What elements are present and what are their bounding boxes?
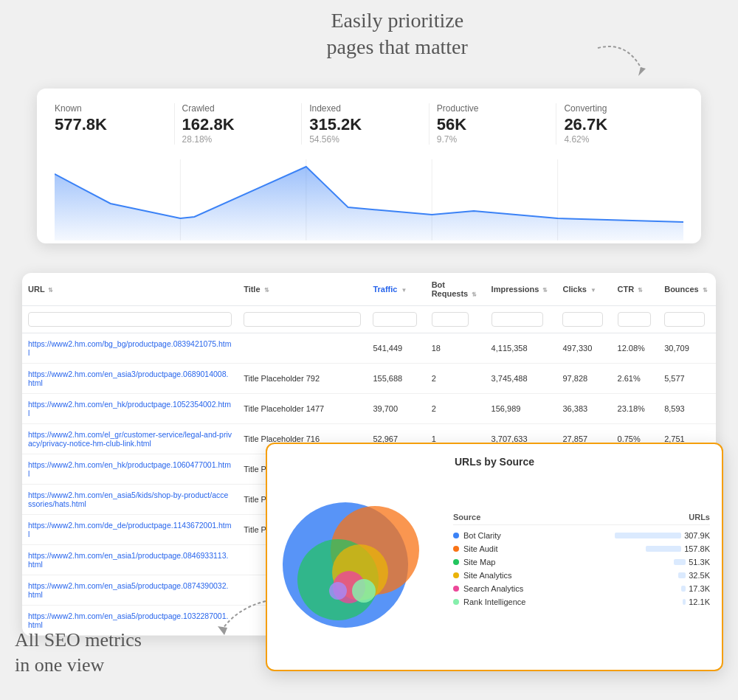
cell-bounces: 8,593 bbox=[658, 394, 716, 424]
legend-value: 12.1K bbox=[689, 597, 710, 606]
sort-bot-icon: ⇅ bbox=[472, 291, 477, 298]
cell-url: https://www2.hm.com/bg_bg/productpage.08… bbox=[22, 333, 238, 364]
svg-point-10 bbox=[352, 579, 376, 603]
stats-card: Known 577.8K Crawled 162.8K 28.18% Index… bbox=[37, 89, 701, 243]
filter-traffic[interactable] bbox=[373, 312, 417, 327]
legend-color-dot bbox=[453, 533, 459, 538]
legend-color-dot bbox=[453, 546, 459, 552]
legend-color-dot bbox=[453, 586, 459, 592]
cell-bot: 18 bbox=[426, 333, 486, 364]
stat-converting-value: 26.7K bbox=[564, 115, 669, 134]
cell-title: Title Placeholder 792 bbox=[238, 364, 367, 394]
cell-clicks: 97,828 bbox=[556, 364, 611, 394]
legend-bar-wrap: 307.9K bbox=[615, 531, 710, 540]
legend-item-label: Bot Clarity bbox=[453, 531, 501, 540]
cell-url: https://www2.hm.com/de_de/productpage.11… bbox=[22, 515, 238, 545]
filter-ctr[interactable] bbox=[618, 312, 651, 327]
legend-value: 307.9K bbox=[684, 531, 710, 540]
legend-item-label: Search Analytics bbox=[453, 584, 523, 593]
col-title[interactable]: Title ⇅ bbox=[238, 273, 367, 306]
legend-item: Site Analytics 32.5K bbox=[453, 571, 710, 580]
cell-url: https://www2.hm.com/en_asia5/kids/shop-b… bbox=[22, 485, 238, 515]
cell-traffic: 541,449 bbox=[367, 333, 425, 364]
legend-item-label: Rank Intelligence bbox=[453, 597, 525, 606]
legend-bar-wrap: 17.3K bbox=[681, 584, 710, 593]
legend-item: Bot Clarity 307.9K bbox=[453, 531, 710, 540]
legend-bar bbox=[615, 533, 681, 538]
legend-bar bbox=[678, 572, 686, 578]
sort-bounces-icon: ⇅ bbox=[703, 287, 708, 294]
legend-bar-wrap: 157.8K bbox=[646, 544, 710, 553]
stat-indexed: Indexed 315.2K 54.56% bbox=[302, 103, 430, 145]
sort-traffic-icon: ▼ bbox=[401, 287, 407, 294]
legend-item: Site Audit 157.8K bbox=[453, 544, 710, 553]
filter-title[interactable] bbox=[244, 312, 361, 327]
venn-title: URLs by Source bbox=[279, 456, 710, 468]
stat-known-value: 577.8K bbox=[55, 115, 159, 134]
stat-crawled-percent: 28.18% bbox=[182, 134, 287, 145]
filter-bounces[interactable] bbox=[664, 312, 705, 327]
cell-impressions: 156,989 bbox=[486, 394, 557, 424]
filter-row bbox=[22, 306, 716, 333]
filter-impressions[interactable] bbox=[492, 312, 543, 327]
table-row: https://www2.hm.com/en_hk/productpage.10… bbox=[22, 394, 716, 424]
svg-marker-12 bbox=[218, 626, 227, 635]
cell-clicks: 36,383 bbox=[556, 394, 611, 424]
legend-item: Rank Intelligence 12.1K bbox=[453, 597, 710, 606]
cell-bounces: 30,709 bbox=[658, 333, 716, 364]
cell-bot: 2 bbox=[426, 394, 486, 424]
legend-value: 51.3K bbox=[689, 558, 710, 566]
legend-item-label: Site Analytics bbox=[453, 571, 511, 580]
cell-url: https://www2.hm.com/en_asia1/productpage… bbox=[22, 545, 238, 575]
stat-productive: Productive 56K 9.7% bbox=[430, 103, 557, 145]
cell-ctr: 2.61% bbox=[612, 364, 659, 394]
legend-bar-wrap: 32.5K bbox=[678, 571, 710, 580]
col-bounces[interactable]: Bounces ⇅ bbox=[658, 273, 716, 306]
cell-bot: 2 bbox=[426, 364, 486, 394]
cell-url: https://www2.hm.com/el_gr/customer-servi… bbox=[22, 424, 238, 454]
legend-bar-wrap: 51.3K bbox=[674, 558, 710, 566]
filter-url[interactable] bbox=[28, 312, 232, 327]
legend-item-label: Site Map bbox=[453, 558, 495, 566]
cell-url: https://www2.hm.com/en_asia3/productpage… bbox=[22, 364, 238, 394]
legend-bar bbox=[646, 546, 681, 552]
legend-item-label: Site Audit bbox=[453, 544, 497, 553]
cell-ctr: 12.08% bbox=[612, 333, 659, 364]
stat-known: Known 577.8K bbox=[55, 103, 175, 145]
filter-bot[interactable] bbox=[432, 312, 469, 327]
legend-col-source: Source bbox=[453, 513, 480, 521]
legend-color-dot bbox=[453, 572, 459, 578]
stats-row: Known 577.8K Crawled 162.8K 28.18% Index… bbox=[55, 103, 683, 145]
cell-traffic: 155,688 bbox=[367, 364, 425, 394]
col-impressions[interactable]: Impressions ⇅ bbox=[486, 273, 557, 306]
arrow-top-icon bbox=[590, 41, 649, 88]
cell-url: https://www2.hm.com/en_hk/productpage.10… bbox=[22, 394, 238, 424]
hero-text-top: Easily prioritize pages that matter bbox=[327, 7, 468, 61]
legend-col-urls: URLs bbox=[689, 513, 710, 521]
legend-header: Source URLs bbox=[453, 513, 710, 525]
cell-traffic: 39,700 bbox=[367, 394, 425, 424]
stat-converting-percent: 4.62% bbox=[564, 134, 669, 145]
venn-legend: Source URLs Bot Clarity 307.9K Site Audi… bbox=[453, 513, 710, 611]
venn-card: URLs by Source Source URLs bbox=[266, 443, 723, 671]
col-bot[interactable]: BotRequests ⇅ bbox=[426, 273, 486, 306]
venn-chart-svg bbox=[279, 477, 441, 646]
legend-item: Search Analytics 17.3K bbox=[453, 584, 710, 593]
col-url[interactable]: URL ⇅ bbox=[22, 273, 238, 306]
stat-crawled: Crawled 162.8K 28.18% bbox=[175, 103, 303, 145]
cell-title bbox=[238, 333, 367, 364]
stat-converting-label: Converting bbox=[564, 103, 669, 114]
sort-title-icon: ⇅ bbox=[264, 287, 269, 294]
legend-item: Site Map 51.3K bbox=[453, 558, 710, 566]
legend-bar bbox=[674, 559, 686, 565]
cell-title: Title Placeholder 1477 bbox=[238, 394, 367, 424]
stat-productive-percent: 9.7% bbox=[437, 134, 542, 145]
col-traffic[interactable]: Traffic ▼ bbox=[367, 273, 425, 306]
legend-items: Bot Clarity 307.9K Site Audit 157.8K Sit… bbox=[453, 531, 710, 606]
col-ctr[interactable]: CTR ⇅ bbox=[612, 273, 659, 306]
legend-value: 32.5K bbox=[689, 571, 710, 580]
legend-color-dot bbox=[453, 599, 459, 605]
col-clicks[interactable]: Clicks ▼ bbox=[556, 273, 611, 306]
filter-clicks[interactable] bbox=[562, 312, 603, 327]
svg-point-11 bbox=[329, 582, 347, 600]
